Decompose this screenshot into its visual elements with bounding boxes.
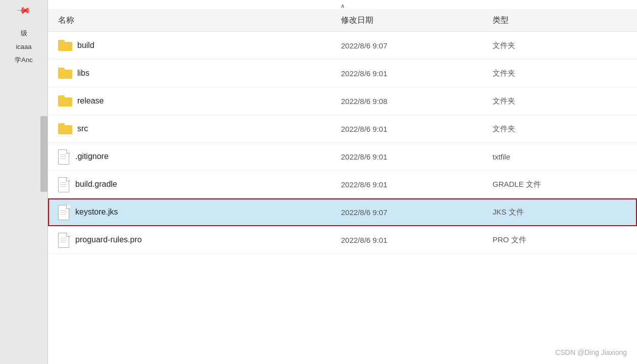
file-name-label: libs — [77, 69, 89, 78]
table-row[interactable]: libs 2022/8/6 9:01 文件夹 — [48, 60, 637, 87]
file-name: keystore.jks — [48, 205, 341, 219]
file-type: 文件夹 — [493, 41, 637, 50]
watermark: CSDN @Ding Jiaxiong — [555, 348, 627, 356]
file-icon — [58, 233, 70, 247]
table-row[interactable]: build.gradle 2022/8/6 9:01 GRADLE 文件 — [48, 171, 637, 198]
table-row[interactable]: src 2022/8/6 9:01 文件夹 — [48, 115, 637, 143]
file-type: txtfile — [493, 152, 637, 161]
table-row[interactable]: build 2022/8/6 9:07 文件夹 — [48, 32, 637, 60]
scrollbar[interactable] — [40, 116, 47, 192]
file-icon-lines — [60, 210, 66, 211]
file-name-label: build.gradle — [75, 180, 117, 189]
file-name: build — [48, 40, 341, 51]
folder-icon — [58, 123, 72, 134]
file-name-label: proguard-rules.pro — [75, 235, 142, 244]
file-list: build 2022/8/6 9:07 文件夹 libs 2022/8/6 9:… — [48, 32, 637, 254]
file-name-label: release — [77, 96, 104, 106]
file-type: 文件夹 — [493, 69, 637, 78]
table-row[interactable]: keystore.jks 2022/8/6 9:07 JKS 文件 — [48, 198, 637, 226]
sidebar-label-mid: icaaa — [13, 40, 34, 53]
sidebar: 📌 级 icaaa 学Anc — [0, 0, 48, 364]
file-name: build.gradle — [48, 177, 341, 191]
file-type: GRADLE 文件 — [493, 180, 637, 189]
file-icon-lines — [60, 238, 66, 238]
file-name-label: src — [77, 124, 88, 133]
folder-icon — [58, 40, 72, 51]
file-type: JKS 文件 — [493, 207, 637, 217]
table-row[interactable]: .gitignore 2022/8/6 9:01 txtfile — [48, 143, 637, 171]
file-icon — [58, 205, 70, 219]
sidebar-label-bottom: 学Anc — [12, 53, 35, 67]
file-name: libs — [48, 68, 341, 79]
file-type: 文件夹 — [493, 124, 637, 134]
header-row: 名称 修改日期 类型 — [48, 9, 637, 32]
sidebar-label-top: 级 — [18, 26, 30, 40]
file-icon-lines — [60, 154, 66, 155]
file-date: 2022/8/6 9:01 — [341, 180, 493, 189]
file-icon — [58, 177, 70, 191]
col-date-header: 修改日期 — [341, 15, 493, 26]
file-name: .gitignore — [48, 149, 341, 164]
table-row[interactable]: proguard-rules.pro 2022/8/6 9:01 PRO 文件 — [48, 226, 637, 254]
file-name-label: build — [77, 41, 94, 50]
file-type: PRO 文件 — [493, 235, 637, 245]
file-icon-lines — [60, 182, 66, 183]
folder-icon — [58, 95, 72, 107]
file-date: 2022/8/6 9:01 — [341, 125, 493, 133]
file-date: 2022/8/6 9:07 — [341, 41, 493, 50]
file-date: 2022/8/6 9:08 — [341, 97, 493, 106]
file-name: release — [48, 95, 341, 107]
file-name-label: keystore.jks — [75, 207, 118, 217]
file-date: 2022/8/6 9:07 — [341, 208, 493, 217]
main-content: ∧ 名称 修改日期 类型 build 2022/8/6 9:07 文件夹 lib… — [48, 0, 637, 364]
file-icon — [58, 149, 70, 164]
file-date: 2022/8/6 9:01 — [341, 152, 493, 161]
file-name: src — [48, 123, 341, 134]
pin-icon: 📌 — [16, 3, 31, 18]
file-name: proguard-rules.pro — [48, 233, 341, 247]
table-row[interactable]: release 2022/8/6 9:08 文件夹 — [48, 87, 637, 115]
col-type-header: 类型 — [493, 15, 637, 26]
file-date: 2022/8/6 9:01 — [341, 69, 493, 78]
col-name-header: 名称 — [48, 15, 341, 26]
file-type: 文件夹 — [493, 96, 637, 106]
file-date: 2022/8/6 9:01 — [341, 236, 493, 244]
folder-icon — [58, 68, 72, 79]
file-name-label: .gitignore — [75, 152, 109, 161]
sort-arrow-icon: ∧ — [340, 3, 345, 10]
